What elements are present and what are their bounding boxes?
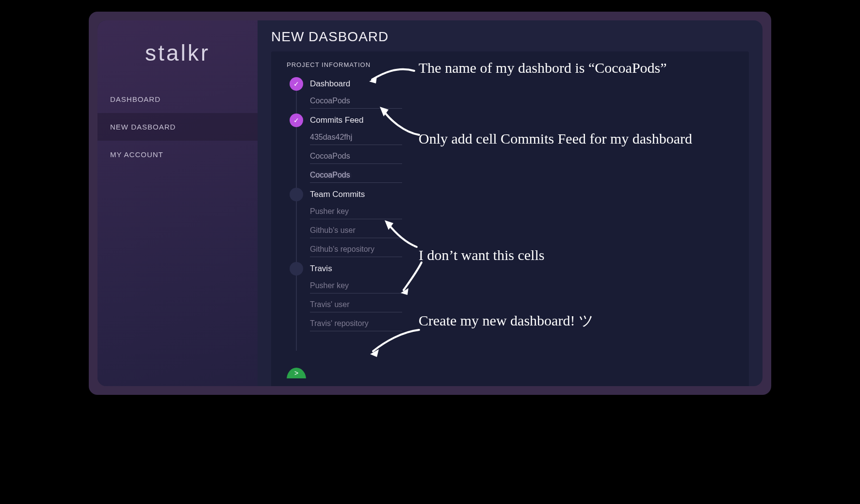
svg-marker-4 (370, 349, 379, 357)
step-title: Team Commits (310, 188, 733, 201)
commits-feed-repo-input[interactable] (310, 168, 402, 183)
team-pusher-key-input[interactable] (310, 204, 402, 219)
app-window: stalkr DASHBOARD NEW DASBOARD MY ACCOUNT… (97, 20, 763, 386)
dashboard-name-input[interactable] (310, 94, 402, 109)
sidebar: stalkr DASHBOARD NEW DASBOARD MY ACCOUNT (97, 20, 258, 386)
step-title: Travis (310, 262, 733, 276)
step-title: Dashboard (310, 77, 733, 91)
panel-heading: PROJECT INFORMATION (287, 61, 733, 68)
team-github-repo-input[interactable] (310, 242, 402, 257)
step-dot-icon (290, 188, 303, 201)
outer-frame: stalkr DASHBOARD NEW DASBOARD MY ACCOUNT… (89, 12, 771, 395)
step-dashboard: ✓ Dashboard (290, 77, 733, 109)
step-travis: Travis (290, 262, 733, 331)
step-team-commits: Team Commits (290, 188, 733, 257)
sidebar-item-dashboard[interactable]: DASHBOARD (97, 85, 258, 113)
team-github-user-input[interactable] (310, 223, 402, 238)
travis-repo-input[interactable] (310, 316, 402, 331)
check-icon: ✓ (290, 114, 303, 127)
sidebar-item-my-account[interactable]: MY ACCOUNT (97, 141, 258, 168)
brand-logo: stalkr (97, 35, 258, 85)
step-commits-feed: ✓ Commits Feed (290, 114, 733, 183)
sidebar-item-new-dashboard[interactable]: NEW DASBOARD (97, 113, 258, 141)
project-info-panel: PROJECT INFORMATION ✓ Dashboard ✓ Commit… (271, 51, 749, 386)
arrow-icon (368, 327, 422, 356)
commits-feed-key-input[interactable] (310, 130, 402, 145)
travis-user-input[interactable] (310, 297, 402, 312)
create-dashboard-button[interactable]: > (287, 368, 306, 386)
main-area: NEW DASBOARD PROJECT INFORMATION ✓ Dashb… (258, 20, 763, 386)
page-title: NEW DASBOARD (271, 29, 749, 45)
step-title: Commits Feed (310, 114, 733, 127)
commits-feed-user-input[interactable] (310, 149, 402, 164)
steps-timeline: ✓ Dashboard ✓ Commits Feed (290, 77, 733, 331)
travis-pusher-key-input[interactable] (310, 278, 402, 293)
step-dot-icon (290, 262, 303, 276)
check-icon: ✓ (290, 77, 303, 91)
